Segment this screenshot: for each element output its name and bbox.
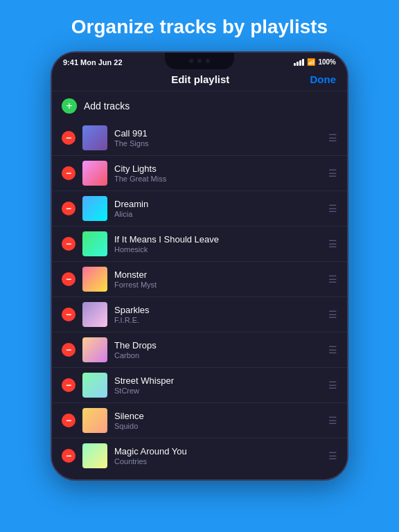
track-list: − Call 991 The Signs ☰ − City Lights The… <box>52 121 347 471</box>
track-thumbnail <box>82 161 107 186</box>
track-title: If It Means I Should Leave <box>114 234 321 245</box>
track-row[interactable]: − Silence Squido ☰ <box>52 403 347 438</box>
add-tracks-row[interactable]: + Add tracks <box>52 91 347 121</box>
remove-track-icon[interactable]: − <box>62 378 76 392</box>
notch-dot-3 <box>206 59 210 63</box>
remove-track-icon[interactable]: − <box>62 414 76 427</box>
drag-handle-icon[interactable]: ☰ <box>328 344 337 355</box>
track-artist: The Great Miss <box>114 175 321 183</box>
track-thumbnail <box>82 443 107 468</box>
remove-track-icon[interactable]: − <box>62 131 76 145</box>
track-title: Street Whisper <box>114 375 321 386</box>
track-info: Call 991 The Signs <box>114 128 321 148</box>
drag-handle-icon[interactable]: ☰ <box>328 415 337 426</box>
drag-handle-icon[interactable]: ☰ <box>328 309 337 320</box>
track-info: Magic Around You Countries <box>114 446 321 466</box>
remove-track-icon[interactable]: − <box>62 237 76 251</box>
track-thumbnail <box>82 196 107 221</box>
track-row[interactable]: − Monster Forrest Myst ☰ <box>52 262 347 297</box>
battery-label: 100% <box>318 58 336 66</box>
nav-bar: Edit playlist Done <box>52 69 347 91</box>
track-artist: F.I.R.E. <box>114 316 321 324</box>
done-button[interactable]: Done <box>310 73 337 85</box>
remove-track-icon[interactable]: − <box>62 449 76 463</box>
track-info: Street Whisper StCrew <box>114 375 321 395</box>
track-info: Silence Squido <box>114 411 321 430</box>
track-thumbnail <box>82 267 107 292</box>
signal-icon <box>294 59 304 66</box>
track-title: The Drops <box>114 340 321 351</box>
track-artist: Forrest Myst <box>114 281 321 289</box>
status-icons: 📶 100% <box>294 58 336 66</box>
drag-handle-icon[interactable]: ☰ <box>328 450 337 461</box>
status-time: 9:41 Mon Jun 22 <box>63 58 123 66</box>
track-thumbnail <box>82 337 107 362</box>
track-thumbnail <box>82 302 107 327</box>
track-row[interactable]: − The Drops Carbon ☰ <box>52 332 347 368</box>
track-info: If It Means I Should Leave Homesick <box>114 234 321 254</box>
add-icon: + <box>62 98 77 114</box>
drag-handle-icon[interactable]: ☰ <box>328 168 337 179</box>
track-row[interactable]: − Street Whisper StCrew ☰ <box>52 368 347 403</box>
track-artist: Carbon <box>114 351 321 360</box>
drag-handle-icon[interactable]: ☰ <box>328 203 337 214</box>
track-thumbnail <box>82 408 107 433</box>
track-info: City Lights The Great Miss <box>114 163 321 183</box>
remove-track-icon[interactable]: − <box>62 272 76 286</box>
drag-handle-icon[interactable]: ☰ <box>328 238 337 249</box>
page-header: Organize tracks by playlists <box>44 0 355 51</box>
track-title: Call 991 <box>114 128 321 139</box>
track-artist: Countries <box>114 457 321 466</box>
track-title: Dreamin <box>114 199 321 209</box>
track-artist: The Signs <box>114 139 321 148</box>
wifi-icon: 📶 <box>307 58 315 66</box>
drag-handle-icon[interactable]: ☰ <box>328 380 337 391</box>
track-info: Dreamin Alicia <box>114 199 321 218</box>
notch-dot-2 <box>197 59 202 63</box>
device-notch <box>165 53 234 69</box>
track-row[interactable]: − City Lights The Great Miss ☰ <box>52 156 347 191</box>
remove-track-icon[interactable]: − <box>62 308 76 321</box>
track-artist: StCrew <box>114 387 321 395</box>
track-artist: Homesick <box>114 245 321 254</box>
remove-track-icon[interactable]: − <box>62 166 76 180</box>
device-frame: 9:41 Mon Jun 22 📶 100% Edit playlist Don… <box>51 51 348 481</box>
track-info: Monster Forrest Myst <box>114 269 321 289</box>
track-artist: Squido <box>114 422 321 430</box>
remove-track-icon[interactable]: − <box>62 343 76 357</box>
track-row[interactable]: − Sparkles F.I.R.E. ☰ <box>52 297 347 332</box>
notch-dot <box>189 59 193 63</box>
drag-handle-icon[interactable]: ☰ <box>328 274 337 285</box>
nav-title: Edit playlist <box>171 73 229 85</box>
track-row[interactable]: − If It Means I Should Leave Homesick ☰ <box>52 227 347 262</box>
track-row[interactable]: − Magic Around You Countries ☰ <box>52 438 347 471</box>
add-tracks-label: Add tracks <box>84 100 130 112</box>
track-title: Monster <box>114 269 321 280</box>
track-info: Sparkles F.I.R.E. <box>114 305 321 324</box>
track-title: Magic Around You <box>114 446 321 456</box>
track-row[interactable]: − Dreamin Alicia ☰ <box>52 191 347 227</box>
track-thumbnail <box>82 373 107 398</box>
track-info: The Drops Carbon <box>114 340 321 360</box>
track-row[interactable]: − Call 991 The Signs ☰ <box>52 121 347 156</box>
track-title: Sparkles <box>114 305 321 315</box>
track-thumbnail <box>82 125 107 150</box>
track-thumbnail <box>82 231 107 256</box>
drag-handle-icon[interactable]: ☰ <box>328 132 337 143</box>
remove-track-icon[interactable]: − <box>62 202 76 215</box>
track-title: City Lights <box>114 163 321 174</box>
track-title: Silence <box>114 411 321 421</box>
track-artist: Alicia <box>114 210 321 218</box>
